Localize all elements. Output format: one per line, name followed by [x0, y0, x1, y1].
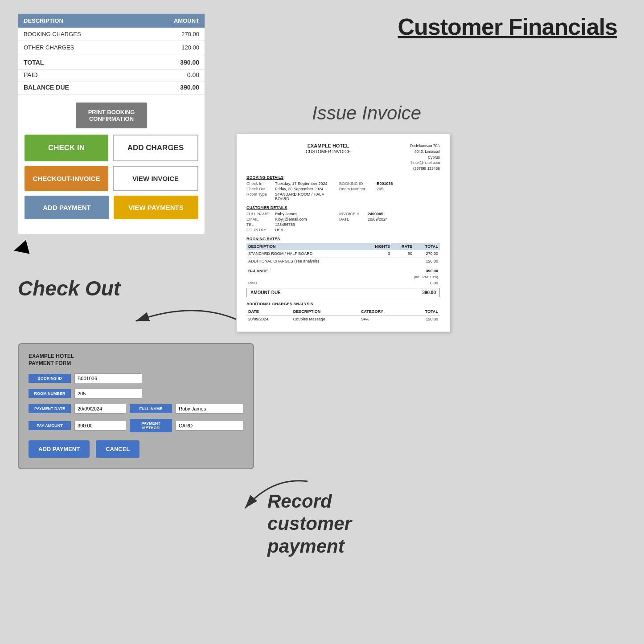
pf-fullname-input[interactable] — [176, 404, 243, 414]
room-number-value: 205 — [377, 187, 412, 191]
tel-value: 123456789 — [275, 222, 337, 227]
address-line1: Dodekanison 70A — [410, 143, 440, 149]
country-value: USA — [275, 228, 337, 232]
room-number-label: Room Number — [339, 187, 375, 191]
booking-id-value: B001036 — [377, 181, 412, 186]
add-col-date: DATE — [246, 308, 291, 316]
col-amount: AMOUNT — [140, 14, 205, 28]
checkout-viewinvoice-row: CHECKOUT-INVOICE VIEW INVOICE — [25, 166, 198, 191]
room-type-label: Room Type — [246, 192, 273, 201]
view-payments-button[interactable]: VIEW PAYMENTS — [114, 196, 198, 219]
rates-col-total: TOTAL — [414, 243, 440, 250]
table-row: BOOKING CHARGES 270.00 — [18, 28, 205, 41]
vat-note-text: (incl. VAT 19%) — [414, 275, 438, 279]
pf-booking-id-label: BOOKING ID — [29, 374, 71, 383]
checkout-value-inv: Friday, 20 September 2024 — [275, 187, 337, 191]
fullname-value: Ruby James — [275, 212, 337, 216]
room-type-value: STANDARD ROOM / HALF BOARD — [275, 192, 337, 201]
paid-row-inv: PAID 0.00 — [246, 280, 440, 286]
page-title: Customer Financials — [398, 13, 617, 40]
rate-nights — [363, 257, 392, 265]
payment-form-card: EXAMPLE HOTEL PAYMENT FORM BOOKING ID RO… — [18, 343, 254, 469]
rate-rate — [392, 257, 414, 265]
paid-label: PAID — [18, 70, 140, 82]
amount-due-value: 390.00 — [422, 290, 436, 295]
checkout-invoice-button[interactable]: CHECKOUT-INVOICE — [25, 166, 108, 191]
pf-pay-amount-label: PAY AMOUNT — [29, 421, 71, 430]
balance-row: BALANCE DUE 390.00 — [18, 82, 205, 94]
address-line5: (357)99 123456 — [410, 166, 440, 172]
email-value: ruby.j@email.com — [275, 217, 337, 222]
record-customer-payment-label: Record customerpayment — [267, 490, 410, 558]
invoice-section-label: Issue Invoice — [312, 103, 421, 124]
add-col-desc: DESCRIPTION — [291, 308, 359, 316]
rate-rate: 90 — [392, 250, 414, 258]
rates-row: STANDARD ROOM / HALF BOARD 3 90 270.00 — [246, 250, 440, 258]
view-invoice-button[interactable]: VIEW INVOICE — [113, 166, 198, 191]
rate-desc: STANDARD ROOM / HALF BOARD — [246, 250, 363, 258]
rates-row: ADDITIONAL CHARGES (see analysis) 120.00 — [246, 257, 440, 265]
balance-label: BALANCE DUE — [18, 82, 140, 94]
addcharges-button[interactable]: ADD CHARGES — [113, 135, 198, 161]
add-payment-button[interactable]: ADD PAYMENT — [25, 196, 109, 219]
add-date: 20/09/2024 — [246, 315, 291, 323]
pf-cancel-button[interactable]: CANCEL — [96, 440, 139, 458]
booking-id-label: BOOKING ID — [339, 181, 375, 186]
fullname-label: FULL NAME — [246, 212, 273, 216]
pf-pay-amount-row: PAY AMOUNT PAYMENT METHOD — [29, 419, 243, 432]
total-value: 390.00 — [140, 54, 205, 70]
pf-payment-method-label: PAYMENT METHOD — [130, 419, 172, 432]
add-total: 120.00 — [408, 315, 440, 323]
inv-date-value: 20/09/2024 — [368, 217, 403, 222]
table-row: OTHER CHARGES 120.00 — [18, 41, 205, 54]
additional-charges-title: ADDITIONAL CHARGES ANALYSIS — [246, 302, 440, 306]
rate-total: 270.00 — [414, 250, 440, 258]
booking-details-title: BOOKING DETAILS — [246, 175, 440, 180]
tel-label: TEL — [246, 222, 273, 227]
add-col-category: CATEGORY — [359, 308, 408, 316]
row-amount: 120.00 — [140, 41, 205, 54]
hotel-address: Dodekanison 70A 4043, Limassol Cyprus ho… — [410, 143, 440, 172]
checkin-label: Check In — [246, 181, 273, 186]
rate-desc: ADDITIONAL CHARGES (see analysis) — [246, 257, 363, 265]
pf-fullname-label: FULL NAME — [130, 404, 172, 413]
pf-payment-date-row: PAYMENT DATE FULL NAME — [29, 404, 243, 414]
pf-form-title: PAYMENT FORM — [29, 360, 243, 366]
paid-value-inv: 0.00 — [430, 281, 438, 285]
email-label: EMAIL — [246, 217, 273, 222]
pf-booking-id-input[interactable] — [74, 373, 142, 383]
balance-value: 390.00 — [140, 82, 205, 94]
checkin-value: Tuesday, 17 September 2024 — [275, 181, 337, 186]
invoice-num-value: 2400005 — [368, 212, 403, 216]
paid-label-inv: PAID — [248, 281, 257, 285]
rates-col-desc: DESCRIPTION — [246, 243, 363, 250]
cursor-arrow-icon: ◀ — [11, 235, 30, 260]
pf-payment-method-input[interactable] — [176, 421, 243, 431]
pf-booking-id-row: BOOKING ID — [29, 373, 243, 383]
add-description: Couples Massage — [291, 315, 359, 323]
checkout-label: Check Out — [18, 276, 120, 300]
address-line3: Cyprus — [410, 155, 440, 160]
rate-nights: 3 — [363, 250, 392, 258]
print-booking-button[interactable]: PRINT BOOKINGCONFIRMATION — [76, 103, 147, 128]
panel-buttons: PRINT BOOKINGCONFIRMATION CHECK IN ADD C… — [18, 94, 205, 226]
rates-col-nights: NIGHTS — [363, 243, 392, 250]
invoice-num-label: INVOICE # — [339, 212, 366, 216]
address-line4: hotel@hotel.com — [410, 160, 440, 166]
checkin-button[interactable]: CHECK IN — [25, 135, 108, 161]
balance-row: BALANCE 390.00 — [246, 268, 440, 274]
additional-charges-table: DATE DESCRIPTION CATEGORY TOTAL 20/09/20… — [246, 308, 440, 323]
pf-add-payment-button[interactable]: ADD PAYMENT — [29, 440, 90, 458]
additional-row: 20/09/2024 Couples Massage SPA 120.00 — [246, 315, 440, 323]
country-label: COUNTRY — [246, 228, 273, 232]
customer-details-title: CUSTOMER DETAILS — [246, 205, 440, 210]
add-col-total: TOTAL — [408, 308, 440, 316]
pf-pay-amount-input[interactable] — [74, 421, 126, 431]
add-category: SPA — [359, 315, 408, 323]
row-amount: 270.00 — [140, 28, 205, 41]
booking-rates-title: BOOKING RATES — [246, 237, 440, 241]
rates-table: DESCRIPTION NIGHTS RATE TOTAL STANDARD R… — [246, 243, 440, 265]
pf-room-number-input[interactable] — [74, 389, 142, 398]
pf-bottom-row: ADD PAYMENT CANCEL — [29, 440, 243, 458]
pf-payment-date-input[interactable] — [74, 404, 126, 414]
